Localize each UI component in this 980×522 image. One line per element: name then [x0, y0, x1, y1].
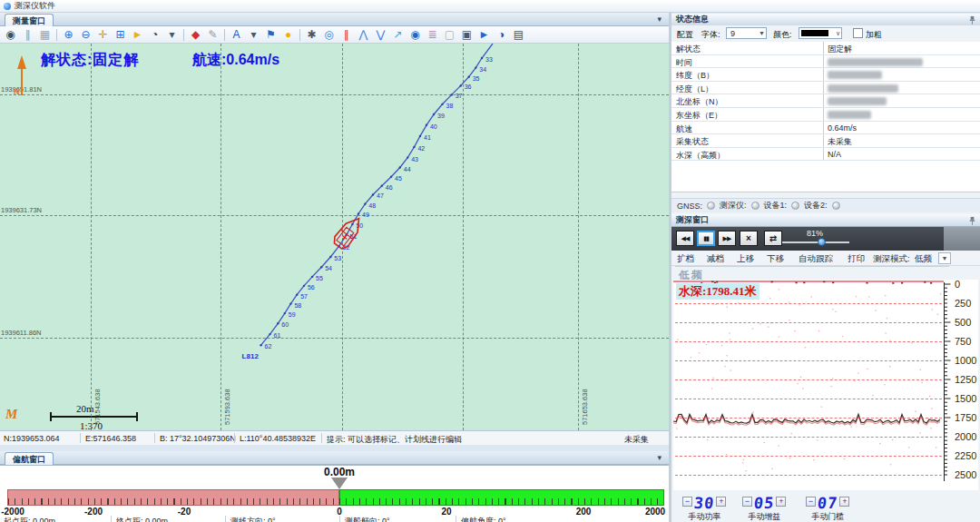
- field-divider: [339, 516, 340, 522]
- table-row: 航速0.64m/s: [671, 122, 980, 135]
- increase-button[interactable]: +: [716, 497, 726, 507]
- decrease-button[interactable]: −: [682, 497, 692, 507]
- pan-icon[interactable]: ✛: [95, 27, 111, 42]
- track-point: [269, 333, 270, 335]
- pushpin-tool-icon[interactable]: ◆: [188, 27, 203, 42]
- playback-slider-thumb[interactable]: [818, 238, 826, 246]
- chart-top-divider: [675, 266, 949, 267]
- dropdown-caret-icon[interactable]: ▾: [164, 27, 180, 42]
- stepper-value: 07: [817, 494, 839, 512]
- track-point-number: 40: [430, 123, 437, 130]
- right-pane: 状态信息 配置 字体: 9 ▼ 颜色: ∨ 加粗 解状态固定解时间纬度（B）经度…: [671, 14, 980, 522]
- parallel-lines-tool-icon[interactable]: ∥: [338, 27, 354, 42]
- decrease-button[interactable]: −: [806, 497, 816, 507]
- bold-checkbox[interactable]: [853, 28, 863, 38]
- track-point: [413, 146, 415, 148]
- gnss-device-indicator: [832, 202, 840, 210]
- tab-yaw-window[interactable]: 偏航窗口: [5, 452, 54, 466]
- record-play-icon[interactable]: ◉: [3, 27, 18, 42]
- sounder-button-2[interactable]: 上移: [737, 253, 754, 265]
- echogram-chart[interactable]: 水深:1798.41米 0250500750100012501500175020…: [673, 280, 978, 490]
- gnss-device-indicator: [791, 202, 799, 210]
- row-value: [824, 108, 980, 121]
- north-arrow-icon: N: [14, 55, 26, 96]
- pin-icon[interactable]: [968, 15, 976, 25]
- row-label: 时间: [671, 55, 824, 68]
- increase-button[interactable]: +: [839, 497, 849, 507]
- sounder-button-5[interactable]: 打印: [848, 253, 865, 265]
- mark-dot-tool-icon[interactable]: ●: [280, 27, 296, 42]
- mode-dropdown-button[interactable]: ▼: [938, 252, 951, 264]
- row-label: 东坐标（E）: [671, 108, 824, 121]
- color-select[interactable]: ∨: [799, 27, 842, 39]
- track-point-number: 42: [417, 145, 425, 152]
- zoom-window-icon[interactable]: ⊞: [113, 27, 128, 42]
- map-view[interactable]: 解状态:固定解 航速:0.64m/s 20m 1:370 M 1939651.8…: [0, 44, 669, 430]
- redacted-value: [828, 71, 882, 79]
- frame-tool-icon[interactable]: ▢: [442, 27, 457, 42]
- yaw-field-value: 0°: [498, 517, 506, 522]
- track-point-number: 36: [465, 84, 472, 90]
- row-label: 纬度（B）: [671, 68, 824, 81]
- zoom-in-icon[interactable]: ⊕: [61, 27, 76, 42]
- pause-button[interactable]: ▮▮: [697, 231, 715, 246]
- stepper-0: −30+手动功率: [682, 494, 726, 522]
- locate-tool-icon[interactable]: ◎: [321, 27, 337, 42]
- flag-tool-icon[interactable]: ⚑: [263, 27, 279, 42]
- send-tool-icon[interactable]: ►: [476, 27, 492, 42]
- track-point: [467, 75, 469, 77]
- globe-icon[interactable]: ◑: [494, 27, 509, 42]
- track-point-number: 49: [362, 212, 369, 218]
- playback-slider[interactable]: [779, 241, 849, 243]
- zoom-out-icon[interactable]: ⊖: [78, 27, 93, 42]
- fast-forward-button[interactable]: ▶▶: [718, 231, 736, 246]
- yaw-tabstrip: 偏航窗口 ▾: [0, 451, 669, 465]
- mode-value[interactable]: 低频: [915, 253, 932, 265]
- dropdown-caret-icon[interactable]: ▾: [246, 27, 261, 42]
- globe-mark-icon[interactable]: ◉: [407, 27, 423, 42]
- sounder-button-0[interactable]: 扩档: [677, 253, 694, 265]
- report-icon[interactable]: ▤: [511, 27, 526, 42]
- increase-button[interactable]: +: [776, 497, 786, 507]
- settings-tool-icon[interactable]: ✱: [304, 27, 319, 42]
- yaw-scale-label: -200: [84, 507, 103, 517]
- sounder-button-3[interactable]: 下移: [767, 253, 784, 265]
- image-tool-icon[interactable]: ▦: [37, 27, 53, 42]
- sounder-button-1[interactable]: 减档: [707, 253, 724, 265]
- status-config-row: 配置 字体: 9 ▼ 颜色: ∨ 加粗: [671, 25, 980, 43]
- decrease-button[interactable]: −: [742, 497, 752, 507]
- polyline-tool-icon[interactable]: ∥: [20, 27, 35, 42]
- tab-measure-window[interactable]: 测量窗口: [5, 14, 54, 27]
- track-point-number: 44: [404, 166, 411, 172]
- yaw-tabstrip-menu-icon[interactable]: ▾: [657, 453, 662, 462]
- echogram-trace-layer: [673, 280, 951, 490]
- tabstrip-menu-icon[interactable]: ▾: [657, 15, 662, 24]
- title-bar: 测深仪软件: [0, 0, 980, 13]
- snapshot-icon[interactable]: ▣: [459, 27, 475, 42]
- fit-width-button[interactable]: ⇄: [764, 231, 782, 246]
- track-point-number: 61: [274, 332, 281, 339]
- yaw-field-label: 终点距:: [116, 517, 145, 522]
- track-point-number: 59: [289, 311, 296, 318]
- track-point-number: 54: [325, 265, 332, 271]
- manual-controls-row: −30+手动功率−05+手动增益−07+手动门槛: [671, 493, 980, 522]
- sector-tool-icon[interactable]: ◔: [147, 27, 162, 42]
- select-cursor-icon[interactable]: ►: [130, 27, 145, 42]
- course-arrow-icon[interactable]: ↗: [390, 27, 406, 42]
- table-row: 纬度（B）: [671, 68, 980, 82]
- depth-gridline: [675, 456, 942, 457]
- text-label-tool-icon[interactable]: A: [229, 27, 244, 42]
- sounder-button-4[interactable]: 自动跟踪: [799, 253, 833, 265]
- rewind-button[interactable]: ◀◀: [676, 231, 694, 246]
- layer-down-icon[interactable]: ⋁: [373, 27, 388, 42]
- depth-axis-label: 2250: [955, 450, 980, 461]
- track-point: [277, 322, 279, 324]
- font-size-select[interactable]: 9 ▼: [726, 27, 767, 39]
- layer-up-icon[interactable]: ⋀: [356, 27, 371, 42]
- pen-tool-icon[interactable]: ✎: [205, 27, 220, 42]
- layers-icon[interactable]: ≣: [425, 27, 440, 42]
- track-point: [329, 256, 331, 258]
- map-status-bar: N:1939653.064 E:571646.358 B: 17°32.1049…: [0, 430, 669, 445]
- pin-icon[interactable]: [968, 216, 976, 225]
- stop-button[interactable]: ×: [740, 231, 758, 246]
